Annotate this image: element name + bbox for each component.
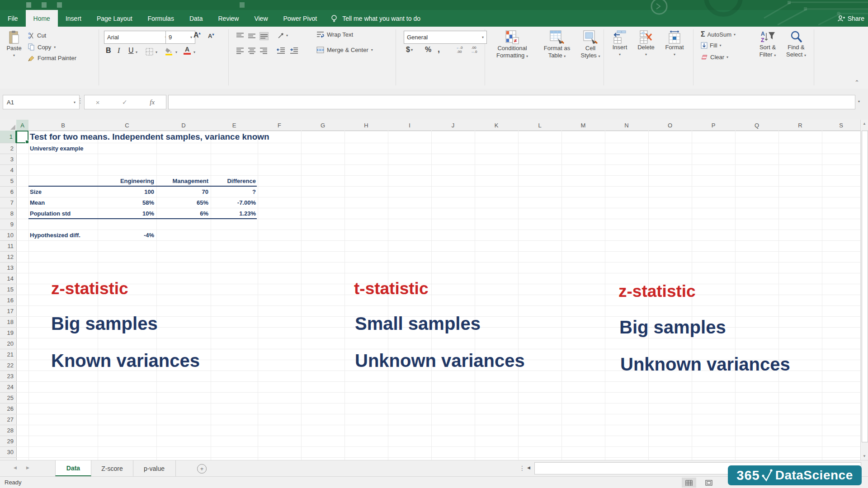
scroll-down-icon[interactable]: ▼ xyxy=(863,454,866,458)
column-header-G[interactable]: G xyxy=(301,120,345,131)
tell-me-box[interactable]: Tell me what you want to do xyxy=(325,10,427,27)
name-box-splitter[interactable]: ⋮ xyxy=(77,97,84,105)
fill-color-dropdown[interactable]: ▾ xyxy=(175,50,177,54)
bottom-align-button[interactable] xyxy=(259,32,269,40)
table-cell[interactable]: 58% xyxy=(98,197,154,208)
sheet-tab-z-score[interactable]: Z-score xyxy=(91,460,133,476)
cancel-icon[interactable]: × xyxy=(96,99,100,106)
sheet-subtitle-cell[interactable]: University example xyxy=(30,143,84,154)
name-box[interactable]: A1 ▾ xyxy=(3,95,80,109)
row-header[interactable]: 9 xyxy=(0,219,16,230)
align-center-button[interactable] xyxy=(248,47,256,54)
ribbon-tab-insert[interactable]: Insert xyxy=(58,10,89,27)
decrease-decimal-button[interactable]: .00→.0 xyxy=(467,46,480,54)
table-cell[interactable]: ? xyxy=(211,187,256,197)
merge-center-button[interactable]: Merge & Center ▾ xyxy=(316,47,373,53)
normal-view-button[interactable] xyxy=(682,478,696,488)
hypothesized-diff-value[interactable]: -4% xyxy=(98,230,154,241)
row-header[interactable]: 2 xyxy=(0,143,16,154)
row-header[interactable]: 26 xyxy=(0,404,16,414)
vertical-scroll-thumb[interactable] xyxy=(862,131,868,442)
ribbon-tab-review[interactable]: Review xyxy=(211,10,247,27)
new-sheet-button[interactable]: + xyxy=(197,464,207,474)
wrap-text-button[interactable]: Wrap Text xyxy=(316,31,353,38)
sort-filter-button[interactable]: A Z Sort & Filter ▾ xyxy=(754,30,781,59)
font-name-select[interactable]: Arial ▾ xyxy=(104,31,170,44)
row-header[interactable]: 18 xyxy=(0,317,16,328)
underline-dropdown[interactable]: ▾ xyxy=(136,50,137,54)
quick-access-icon[interactable] xyxy=(240,2,245,8)
row-header[interactable]: 23 xyxy=(0,371,16,382)
table-cell[interactable]: 6% xyxy=(156,208,208,219)
row-header[interactable]: 7 xyxy=(0,197,16,208)
hypothesized-diff-label[interactable]: Hypothesized diff. xyxy=(30,230,80,241)
quick-access-icon[interactable] xyxy=(26,2,31,8)
row-header[interactable]: 29 xyxy=(0,436,16,447)
table-cell[interactable]: 70 xyxy=(156,187,208,197)
bold-button[interactable]: B xyxy=(106,47,111,55)
table-row-label[interactable]: Size xyxy=(30,187,42,197)
column-header-S[interactable]: S xyxy=(822,120,861,131)
column-header-O[interactable]: O xyxy=(648,120,692,131)
ribbon-tab-data[interactable]: Data xyxy=(182,10,211,27)
decrease-font-button[interactable]: A▾ xyxy=(208,33,214,39)
table-cell[interactable]: 1.23% xyxy=(211,208,256,219)
orientation-button[interactable]: ▾ xyxy=(278,32,288,39)
italic-button[interactable]: I xyxy=(118,47,120,55)
vertical-scrollbar[interactable]: ▲ ▼ xyxy=(860,120,868,460)
insert-function-button[interactable]: fx xyxy=(150,99,155,106)
formula-input[interactable] xyxy=(168,95,855,109)
column-header-E[interactable]: E xyxy=(211,120,258,131)
row-header[interactable]: 14 xyxy=(0,273,16,284)
table-cell[interactable]: 100 xyxy=(98,187,154,197)
cell-styles-button[interactable]: Cell Styles ▾ xyxy=(578,30,603,60)
row-header[interactable]: 30 xyxy=(0,447,16,458)
column-header-C[interactable]: C xyxy=(98,120,157,131)
column-header-N[interactable]: N xyxy=(605,120,649,131)
row-header[interactable]: 21 xyxy=(0,349,16,360)
font-color-dropdown[interactable]: ▾ xyxy=(193,50,195,54)
underline-button[interactable]: U xyxy=(128,47,134,55)
tab-splitter-icon[interactable]: ⋮ xyxy=(519,465,525,472)
ribbon-tab-home[interactable]: Home xyxy=(26,10,58,27)
increase-decimal-button[interactable]: ←.0.00 xyxy=(453,46,466,54)
sheet-title-cell[interactable]: Test for two means. Independent samples,… xyxy=(30,131,269,143)
fill-color-button[interactable] xyxy=(165,47,173,56)
column-header-Q[interactable]: Q xyxy=(735,120,779,131)
font-color-button[interactable]: A xyxy=(184,47,191,55)
table-cell[interactable]: 10% xyxy=(98,208,154,219)
autosum-button[interactable]: Σ AutoSum ▾ xyxy=(701,30,736,38)
column-header-R[interactable]: R xyxy=(778,120,822,131)
font-size-select[interactable]: 9 ▾ xyxy=(165,31,195,44)
row-header[interactable]: 16 xyxy=(0,295,16,306)
column-header-M[interactable]: M xyxy=(561,120,605,131)
format-cells-button[interactable]: Format ▾ xyxy=(662,30,687,58)
column-header-F[interactable]: F xyxy=(258,120,302,131)
row-header[interactable]: 4 xyxy=(0,165,16,176)
borders-button[interactable] xyxy=(146,48,153,56)
row-header[interactable]: 1 xyxy=(0,131,16,143)
column-header-A[interactable]: A xyxy=(16,120,29,131)
conditional-formatting-button[interactable]: ≠ Conditional Formatting ▾ xyxy=(488,30,536,60)
cut-button[interactable]: Cut xyxy=(28,32,46,39)
column-header-H[interactable]: H xyxy=(344,120,388,131)
row-header[interactable]: 17 xyxy=(0,306,16,317)
align-left-button[interactable] xyxy=(236,47,244,54)
middle-align-button[interactable] xyxy=(248,32,256,39)
row-header[interactable]: 8 xyxy=(0,208,16,219)
enter-icon[interactable]: ✓ xyxy=(122,99,127,106)
quick-access-icon[interactable] xyxy=(42,2,47,8)
share-button[interactable]: Share xyxy=(837,10,864,27)
sheet-tab-p-value[interactable]: p-value xyxy=(133,460,176,476)
table-row-label[interactable]: Population std xyxy=(30,208,71,219)
number-format-select[interactable]: General ▾ xyxy=(404,31,487,44)
sheet-tab-data[interactable]: Data xyxy=(55,460,91,476)
selected-cell-A1[interactable] xyxy=(16,131,28,143)
column-header-I[interactable]: I xyxy=(388,120,432,131)
quick-access-icon[interactable] xyxy=(57,2,62,8)
row-header[interactable]: 12 xyxy=(0,252,16,263)
column-header-L[interactable]: L xyxy=(518,120,562,131)
align-right-button[interactable] xyxy=(259,47,268,54)
scroll-up-icon[interactable]: ▲ xyxy=(863,122,866,126)
clear-button[interactable]: Clear ▾ xyxy=(701,54,728,61)
